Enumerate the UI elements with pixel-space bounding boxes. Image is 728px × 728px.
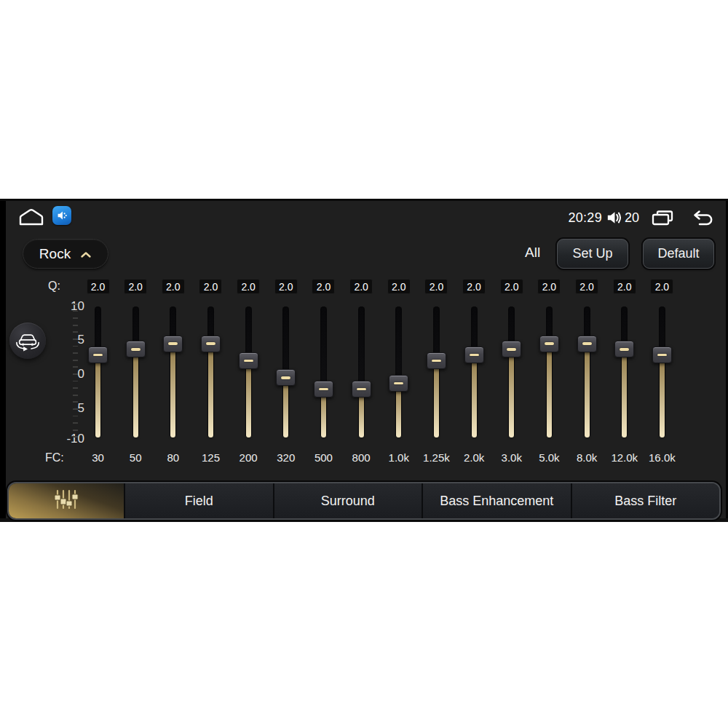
q-value: 2.0 [241, 281, 255, 293]
gain-tick-marks [73, 304, 78, 443]
q-value-box: 2.0 [199, 279, 222, 294]
fc-label: 50 [115, 451, 156, 464]
tab-label: Field [185, 494, 213, 509]
eq-slider-band-12.0k[interactable] [610, 306, 639, 438]
eq-slider-band-8.0k[interactable] [572, 306, 601, 438]
slider-fill [170, 344, 175, 438]
handle-dash [432, 360, 441, 363]
fc-label: 1.25k [416, 451, 456, 464]
slider-handle[interactable] [652, 347, 672, 363]
slider-handle[interactable] [163, 336, 183, 352]
tab-field[interactable]: Field [124, 483, 273, 518]
handle-dash [168, 342, 178, 345]
handle-dash [620, 348, 629, 351]
volume-level: 20 [625, 210, 639, 226]
q-value: 2.0 [655, 281, 669, 293]
tab-bass-filter[interactable]: Bass Filter [571, 483, 720, 518]
slider-handle[interactable] [201, 336, 221, 352]
slider-fill [547, 344, 552, 438]
eq-slider-band-1.0k[interactable] [384, 306, 414, 438]
tab-equalizer[interactable] [9, 483, 124, 518]
slider-fill [283, 378, 288, 438]
q-value: 2.0 [430, 281, 443, 293]
recent-apps-icon[interactable] [651, 209, 674, 227]
slider-handle[interactable] [88, 347, 108, 363]
eq-slider-band-800[interactable] [347, 306, 376, 438]
setup-button[interactable]: Set Up [557, 239, 628, 269]
fc-label: 500 [303, 451, 344, 464]
handle-dash [470, 354, 479, 357]
q-value-box: 2.0 [87, 279, 110, 294]
handle-dash [131, 348, 141, 351]
slider-handle[interactable] [239, 352, 258, 369]
slider-handle[interactable] [314, 381, 333, 397]
slider-handle[interactable] [614, 341, 634, 357]
eq-slider-band-5.0k[interactable] [534, 306, 563, 438]
volume-icon [606, 210, 622, 226]
default-button[interactable]: Default [643, 239, 714, 269]
tab-bass-enhancement[interactable]: Bass Enhancement [422, 483, 571, 518]
gain-scale-label: 0 [42, 366, 84, 382]
q-value-box: 2.0 [575, 279, 598, 294]
eq-slider-band-500[interactable] [309, 306, 338, 438]
handle-dash [507, 348, 516, 351]
fc-label: 8.0k [566, 451, 607, 464]
eq-slider-band-16.0k[interactable] [647, 306, 676, 438]
q-value: 2.0 [279, 281, 293, 293]
fc-label: 80 [153, 451, 194, 464]
eq-slider-band-30[interactable] [84, 306, 113, 438]
slider-fill [246, 360, 251, 438]
gain-scale-label: -10 [42, 431, 84, 447]
slider-handle[interactable] [427, 352, 446, 369]
tab-surround[interactable]: Surround [273, 483, 422, 518]
eq-slider-band-320[interactable] [272, 306, 301, 438]
eq-slider-band-80[interactable] [159, 306, 188, 438]
slider-handle[interactable] [464, 347, 484, 363]
eq-slider-band-200[interactable] [234, 306, 263, 438]
tab-label: Bass Enhancement [440, 494, 553, 509]
fc-label: 30 [78, 451, 119, 464]
q-value-box: 2.0 [537, 279, 561, 294]
eq-slider-band-2.0k[interactable] [459, 306, 488, 438]
tab-label: Bass Filter [614, 494, 676, 509]
home-icon [17, 216, 45, 229]
q-value-box: 2.0 [613, 279, 636, 294]
q-value: 2.0 [617, 281, 631, 293]
slider-fill [622, 349, 627, 438]
slider-handle[interactable] [352, 381, 371, 397]
tab-label: Surround [321, 494, 375, 509]
handle-dash [394, 382, 403, 385]
eq-slider-band-50[interactable] [121, 306, 150, 438]
slider-handle[interactable] [126, 341, 146, 357]
fc-label: 320 [266, 451, 306, 464]
back-icon[interactable] [690, 210, 715, 226]
q-value-box: 2.0 [274, 279, 298, 294]
handle-dash [281, 376, 290, 379]
gain-scale-label: -5 [42, 400, 84, 416]
q-value-box: 2.0 [387, 279, 411, 294]
q-value-box: 2.0 [500, 279, 523, 294]
slider-handle[interactable] [502, 341, 521, 357]
sound-field-car-button[interactable] [9, 323, 46, 359]
slider-handle[interactable] [577, 336, 597, 352]
q-value-box: 2.0 [349, 279, 373, 294]
q-value: 2.0 [467, 281, 480, 293]
eq-slider-band-1.25k[interactable] [422, 306, 451, 438]
slider-handle[interactable] [276, 369, 296, 386]
q-value: 2.0 [542, 281, 556, 293]
handle-dash [206, 342, 215, 345]
eq-slider-band-125[interactable] [196, 306, 225, 438]
slider-handle[interactable] [539, 336, 559, 352]
screenshot-canvas: 20:29 20 [0, 0, 728, 728]
all-button[interactable]: All [525, 245, 540, 261]
handle-dash [545, 342, 554, 345]
gain-scale-label: 5 [42, 332, 84, 348]
q-value-box: 2.0 [424, 279, 448, 294]
slider-handle[interactable] [389, 375, 408, 392]
home-button[interactable] [17, 207, 45, 226]
slider-fill [585, 344, 590, 438]
eq-slider-band-3.0k[interactable] [497, 306, 526, 438]
bottom-tab-bar: FieldSurroundBass EnhancementBass Filter [7, 482, 721, 520]
fc-row-label: FC: [45, 451, 64, 464]
q-value: 2.0 [354, 281, 368, 293]
